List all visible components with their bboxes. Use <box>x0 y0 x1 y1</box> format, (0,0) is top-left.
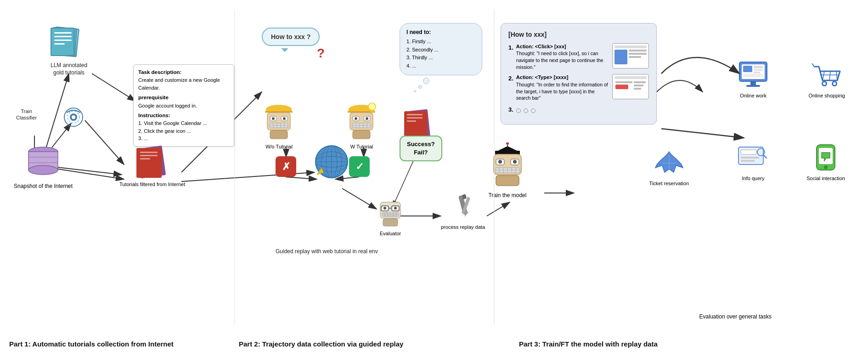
svg-point-95 <box>513 160 517 164</box>
svg-point-75 <box>394 207 397 210</box>
success-fail-box: Success? Fail? <box>400 136 442 161</box>
thought-item-3: 3. Thirdly ... <box>406 54 475 62</box>
tutorials-label: Tutorials filtered from Internet <box>119 181 185 187</box>
eye-icon <box>60 106 87 129</box>
step1-action: Action: <Click> [xxx] <box>516 43 609 50</box>
svg-line-117 <box>829 71 830 80</box>
svg-rect-82 <box>383 219 398 226</box>
svg-point-74 <box>383 207 386 210</box>
doc-front <box>51 28 74 56</box>
mini-browser-1 <box>612 43 649 68</box>
database-icon <box>25 142 62 179</box>
info-query-icon-box: Info query <box>737 142 769 181</box>
snapshot-database: Snapshot of the Internet <box>14 142 73 190</box>
how-to-text: How to xxx ? <box>271 33 310 40</box>
online-shopping-icon <box>811 60 843 90</box>
guided-replay-label: Guided replay with web tutorial in real … <box>276 248 378 255</box>
svg-point-122 <box>823 82 826 85</box>
social-interaction-label: Social interaction <box>806 176 845 181</box>
ticket-reservation-icon <box>653 147 685 177</box>
train-model-label: Train the model <box>487 192 528 199</box>
svg-line-115 <box>812 63 814 67</box>
svg-rect-103 <box>496 176 519 186</box>
task-prereq-title: prerequisite <box>138 94 229 102</box>
svg-point-23 <box>28 165 58 175</box>
evaluator-label: Evaluator <box>377 231 404 236</box>
how-to-steps-box: [How to xxx] 1. Action: <Click> [xxx] Th… <box>501 23 657 125</box>
step1: 1. Action: <Click> [xxx] Thought: "I nee… <box>508 43 649 70</box>
step3-num: 3. <box>508 105 513 114</box>
task-instructions-body: 1. Visit the Google Calendar ... 2. Clic… <box>138 119 229 142</box>
process-replay-label: process replay data <box>441 224 485 230</box>
task-description-box: Task description: Create and customize a… <box>133 64 234 147</box>
svg-point-51 <box>355 117 357 120</box>
train-classifier-text: TrainClassifier <box>16 108 37 121</box>
svg-line-15 <box>342 188 377 209</box>
thought-circle2 <box>414 90 416 92</box>
svg-point-105 <box>506 142 509 145</box>
ticket-reservation-label: Ticket reservation <box>649 180 689 187</box>
tutorials-box: Tutorials filtered from Internet <box>119 147 185 187</box>
step1-thought: Thought: "I need to click [xxx], so i ca… <box>516 50 609 70</box>
wo-tutorial-label: W/o Tutorial <box>262 144 296 149</box>
online-shopping-icon-box: Online shopping <box>808 60 845 98</box>
thought-item-2: 2. Secondly ... <box>406 46 475 54</box>
tools-box: process replay data <box>441 193 485 230</box>
cross-mark: ✗ <box>276 156 296 177</box>
llm-label: LLM annotated gold tutorials <box>51 62 87 76</box>
train-model-robot: Train the model <box>487 142 528 199</box>
check-mark: ✓ <box>349 156 370 177</box>
step1-num: 1. <box>508 43 513 52</box>
svg-point-94 <box>498 160 502 164</box>
mini-browser-2 <box>612 74 649 99</box>
success-fail-text: Success? Fail? <box>407 140 435 157</box>
divider-1 <box>234 9 235 324</box>
step2-num: 2. <box>508 74 513 83</box>
divider-2 <box>494 9 495 324</box>
thought-item-1: 1. Firstly ... <box>406 38 475 46</box>
thought-circle1 <box>418 85 422 89</box>
evaluation-tasks-label: Evaluation over general tasks <box>699 313 772 320</box>
part1-label: Part 1: Automatic tutorials collection f… <box>9 340 230 348</box>
svg-rect-128 <box>741 157 759 159</box>
svg-line-20 <box>661 129 744 138</box>
step2-action: Action: <Type> [xxxx] <box>516 74 609 81</box>
social-interaction-icon <box>810 142 842 172</box>
svg-line-17 <box>487 202 510 216</box>
task-desc-body: Create and customize a new Google Calend… <box>138 76 229 91</box>
evaluator-icon <box>377 198 404 227</box>
how-to-steps-title: [How to xxx] <box>508 30 649 40</box>
svg-line-3 <box>92 74 135 101</box>
svg-rect-125 <box>741 150 756 154</box>
step3: 3. <box>508 105 649 114</box>
wo-tutorial-robot: W/o Tutorial <box>262 101 296 149</box>
svg-point-60 <box>368 103 376 110</box>
question-mark: ? <box>317 46 325 61</box>
globe-icon <box>312 142 351 182</box>
social-interaction-icon-box: Social interaction <box>806 142 845 181</box>
task-instructions-title: Instructions: <box>138 112 229 119</box>
info-query-label: Info query <box>737 176 769 181</box>
svg-line-127 <box>763 155 767 158</box>
curved-arrow-svg <box>657 37 758 92</box>
step2: 2. Action: <Type> [xxxx] Thought: "In or… <box>508 74 649 101</box>
train-robot-icon <box>487 142 528 188</box>
how-to-bubble: How to xxx ? <box>262 28 320 46</box>
wo-tutorial-robot-icon <box>262 101 296 140</box>
svg-rect-61 <box>370 110 374 112</box>
main-container: Snapshot of the Internet LLM annotated g… <box>0 0 868 352</box>
online-work-label: Online work <box>737 93 769 98</box>
eye-icon-box <box>60 106 87 131</box>
svg-point-28 <box>72 115 75 119</box>
svg-rect-59 <box>353 131 370 139</box>
svg-point-52 <box>366 117 368 120</box>
svg-point-132 <box>824 165 828 169</box>
step2-thought: Thought: "In order to find the informati… <box>516 81 609 102</box>
svg-point-123 <box>833 82 836 85</box>
info-query-icon <box>737 142 769 172</box>
thought-item-4: 4. ... <box>406 62 475 70</box>
train-classifier-label: TrainClassifier <box>16 108 37 121</box>
svg-point-36 <box>272 117 275 120</box>
thought-bubble: I need to: 1. Firstly ... 2. Secondly ..… <box>400 23 482 75</box>
task-desc-title: Task description: <box>138 68 229 76</box>
